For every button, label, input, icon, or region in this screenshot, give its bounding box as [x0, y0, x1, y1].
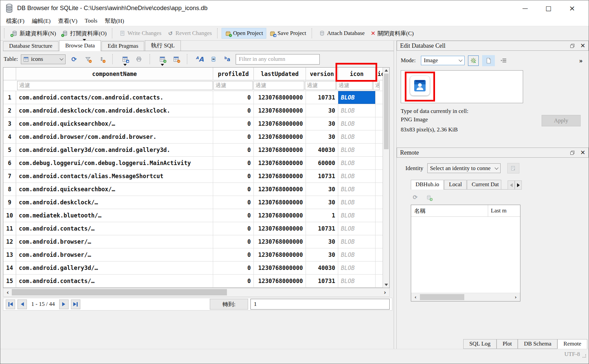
goto-record-input[interactable] — [250, 299, 390, 310]
cell-version[interactable]: 30 — [306, 183, 338, 196]
toolbar-overflow-icon[interactable]: » — [579, 57, 585, 65]
remote-refresh-icon[interactable]: ⟳ — [413, 194, 418, 201]
cell-componentName[interactable]: com.android.browser/com.android.browser. — [16, 130, 213, 143]
cell-lastUpdated[interactable]: 1230768000000 — [254, 170, 306, 183]
remote-upload-db-icon[interactable]: + — [426, 194, 432, 200]
filter-cell-componentName[interactable]: 過濾 — [17, 81, 213, 90]
cell-version[interactable]: 40030 — [306, 144, 338, 156]
close-button[interactable]: × — [569, 4, 575, 12]
filter-cell-profileId[interactable]: 過濾 — [213, 81, 253, 90]
cell-clipped[interactable] — [376, 130, 383, 143]
filter-cell-version[interactable]: 過濾 — [305, 81, 336, 90]
cell-profileId[interactable]: 0 — [213, 104, 254, 117]
identity-select[interactable]: Select an identity to conne — [427, 163, 501, 173]
cell-componentName[interactable]: com.android.deskclock/… — [16, 196, 213, 209]
identity-import-button[interactable] — [507, 163, 519, 173]
row-number[interactable]: 7 — [3, 170, 16, 183]
print-button[interactable] — [133, 54, 144, 65]
table-select[interactable]: icons — [21, 54, 66, 64]
float-panel-icon[interactable] — [570, 150, 575, 155]
tab-scroll-left-button[interactable] — [508, 180, 515, 190]
cell-icon-blob[interactable]: BLOB — [338, 91, 376, 104]
cell-lastUpdated[interactable]: 1230768000000 — [254, 117, 306, 130]
row-number[interactable]: 4 — [3, 130, 16, 143]
mode-select[interactable]: Image — [421, 56, 465, 65]
cell-icon-blob[interactable]: BLOB — [338, 209, 376, 222]
scroll-right-icon[interactable]: › — [382, 289, 388, 296]
cell-clipped[interactable] — [376, 196, 383, 209]
cell-profileId[interactable]: 0 — [213, 196, 254, 209]
new-database-button[interactable]: + 新建資料庫(N) — [8, 28, 59, 39]
cell-componentName[interactable]: com.android.contacts/… — [16, 222, 213, 235]
cell-icon-blob[interactable]: BLOB — [338, 157, 376, 169]
cell-version[interactable]: 30 — [306, 130, 338, 143]
cell-icon-blob[interactable]: BLOB — [338, 117, 376, 130]
cell-profileId[interactable]: 0 — [213, 170, 254, 183]
dock-tab-sql-log[interactable]: SQL Log — [463, 339, 497, 349]
cell-lastUpdated[interactable]: 1230768000000 — [254, 261, 306, 274]
cell-icon-blob[interactable]: BLOB — [338, 261, 376, 274]
minimize-button[interactable]: — — [522, 5, 528, 11]
cell-lastUpdated[interactable]: 1230768000000 — [254, 235, 306, 248]
cell-version[interactable]: 30 — [306, 117, 338, 130]
close-panel-icon[interactable]: ✕ — [580, 43, 585, 49]
scroll-down-icon[interactable] — [385, 284, 388, 286]
cell-lastUpdated[interactable]: 1230768000000 — [254, 222, 306, 235]
cell-lastUpdated[interactable]: 1230768000000 — [254, 183, 306, 196]
row-number[interactable]: 15 — [3, 275, 16, 287]
cell-profileId[interactable]: 0 — [213, 261, 254, 274]
cell-componentName[interactable]: com.android.browser/… — [16, 235, 213, 248]
find-in-table-button[interactable] — [208, 54, 219, 65]
write-changes-button[interactable]: Write Changes — [116, 28, 164, 38]
cell-lastUpdated[interactable]: 1230768000000 — [254, 209, 306, 222]
cell-version[interactable]: 60000 — [306, 157, 338, 169]
horizontal-scrollbar-thumb[interactable] — [12, 289, 227, 295]
save-view-button[interactable]: ▪ — [120, 54, 130, 65]
cell-clipped[interactable] — [376, 248, 383, 261]
insert-record-button[interactable]: + — [157, 54, 168, 65]
cell-icon-blob[interactable]: BLOB — [338, 104, 376, 117]
remote-tab-local[interactable]: Local — [444, 180, 467, 189]
tab-scroll-right-button[interactable] — [515, 180, 522, 190]
cell-clipped[interactable] — [376, 235, 383, 248]
row-number[interactable]: 1 — [3, 91, 16, 104]
clear-sort-button[interactable]: ↕− — [96, 54, 107, 65]
cell-clipped[interactable] — [376, 261, 383, 274]
horizontal-scrollbar[interactable]: ‹ › — [3, 288, 390, 297]
resize-grip-icon[interactable] — [582, 354, 586, 358]
cell-icon-blob[interactable]: BLOB — [338, 248, 376, 261]
cell-icon-blob[interactable]: BLOB — [338, 235, 376, 248]
revert-changes-button[interactable]: ↺ Revert Changes — [164, 28, 215, 38]
tab-database-structure[interactable]: Database Structure — [3, 41, 58, 51]
cell-componentName[interactable]: com.android.quicksearchbox/… — [16, 117, 213, 130]
cell-profileId[interactable]: 0 — [213, 183, 254, 196]
remote-scrollbar-thumb[interactable] — [420, 294, 464, 300]
cell-lastUpdated[interactable]: 1230768000000 — [254, 157, 306, 169]
cell-lastUpdated[interactable]: 1230768000000 — [254, 196, 306, 209]
menu-item[interactable]: 幫助(H) — [101, 16, 128, 26]
cell-componentName[interactable]: com.android.contacts/… — [16, 275, 213, 287]
cell-profileId[interactable]: 0 — [213, 144, 254, 156]
column-header-lastUpdated[interactable]: lastUpdated — [254, 68, 306, 80]
dock-tab-remote[interactable]: Remote — [557, 339, 587, 349]
tab-執行-sql[interactable]: 執行 SQL — [145, 40, 181, 51]
cell-icon-blob[interactable]: BLOB — [338, 130, 376, 143]
open-project-button[interactable]: › Open Project — [222, 28, 266, 39]
cell-profileId[interactable]: 0 — [213, 235, 254, 248]
remote-list-body[interactable] — [411, 217, 520, 293]
next-record-button[interactable] — [59, 299, 69, 309]
dock-tab-plot[interactable]: Plot — [497, 339, 518, 349]
cell-lastUpdated[interactable]: 1230768000000 — [254, 248, 306, 261]
cell-profileId[interactable]: 0 — [213, 222, 254, 235]
cell-lastUpdated[interactable]: 1230768000000 — [254, 91, 306, 104]
row-number[interactable]: 9 — [3, 196, 16, 209]
import-data-button[interactable] — [468, 55, 479, 66]
last-record-button[interactable] — [71, 299, 80, 309]
menu-item[interactable]: 編輯(E) — [28, 16, 54, 26]
remote-list-scrollbar[interactable]: ‹ › — [411, 293, 520, 301]
cell-lastUpdated[interactable]: 1230768000000 — [254, 144, 306, 156]
text-view-button[interactable] — [482, 55, 495, 66]
cell-profileId[interactable]: 0 — [213, 209, 254, 222]
scroll-up-icon[interactable] — [385, 69, 388, 72]
filter-cell-lastUpdated[interactable]: 過濾 — [253, 81, 304, 90]
